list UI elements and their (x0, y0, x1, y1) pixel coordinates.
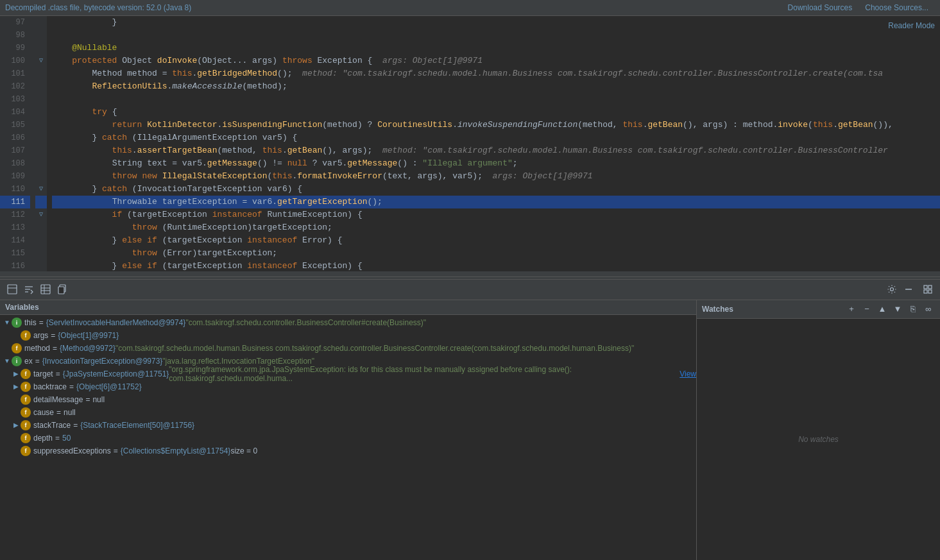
expand-depth (12, 434, 21, 443)
remove-watch-button[interactable]: − (860, 303, 873, 316)
infinite-button[interactable]: ∞ (922, 303, 935, 316)
ln-97: 97 (0, 16, 30, 29)
svg-rect-10 (58, 287, 64, 294)
var-view-link-target[interactable]: View (679, 369, 696, 378)
debug-toolbar-right (885, 282, 935, 296)
ln-99: 99 (0, 42, 30, 55)
svg-rect-13 (924, 285, 927, 289)
var-name-method: method (24, 344, 50, 353)
var-row-stacktrace[interactable]: ▶ f stackTrace = {StackTraceElement[50]@… (0, 419, 696, 432)
minimize-button[interactable] (902, 282, 916, 296)
expand-ex[interactable]: ▼ (3, 357, 12, 366)
var-row-target[interactable]: ▶ f target = {JpaSystemException@11751} … (0, 368, 696, 380)
reader-mode-label[interactable]: Reader Mode (888, 21, 935, 30)
code-line-108: String text = var5.getMessage() != null … (52, 157, 940, 170)
fold-icon-112[interactable]: ▽ (39, 208, 43, 221)
table-view-icon (40, 284, 51, 294)
ln-114: 114 (0, 234, 30, 247)
var-extra-ex: "java.lang.reflect.InvocationTargetExcep… (162, 357, 314, 366)
var-name-suppressed: suppressedExceptions (33, 446, 111, 455)
choose-sources-button[interactable]: Choose Sources... (859, 0, 935, 16)
grid-icon (923, 285, 932, 294)
ln-98: 98 (0, 29, 30, 42)
ln-107: 107 (0, 144, 30, 157)
var-name-this: this (24, 318, 37, 327)
code-line-114: } else if (targetException instanceof Er… (52, 234, 940, 247)
copy-button[interactable] (55, 282, 69, 296)
move-up-button[interactable]: ▲ (876, 303, 889, 316)
top-bar-actions: Download Sources Choose Sources... (782, 0, 935, 16)
var-icon-stacktrace: f (21, 420, 31, 430)
decompile-label: Decompiled .class file, bytecode version… (5, 3, 191, 12)
var-row-detailmessage[interactable]: f detailMessage = null (0, 393, 696, 406)
code-gutter: ▽ ▽ ▽ (35, 16, 47, 271)
var-name-stacktrace: stackTrace (33, 421, 71, 430)
code-line-106: } catch (IllegalArgumentException var5) … (52, 132, 940, 144)
code-line-99: @Nullable (52, 42, 940, 55)
copy-watch-button[interactable]: ⎘ (907, 303, 919, 316)
var-name-args: args (33, 331, 48, 340)
debug-panels: Variables ▼ i this = {ServletInvocableHa… (0, 300, 940, 561)
ln-116: 116 (0, 260, 30, 271)
var-row-args[interactable]: f args = {Object[1]@9971} (0, 329, 696, 342)
var-row-this[interactable]: ▼ i this = {ServletInvocableHandlerMetho… (0, 316, 696, 329)
fold-icon-110[interactable]: ▽ (39, 183, 43, 196)
code-line-109: throw new IllegalStateException(this.for… (52, 170, 940, 183)
svg-rect-14 (928, 285, 932, 289)
table-view-button[interactable] (38, 282, 53, 296)
var-icon-args: f (21, 330, 31, 341)
var-eq-ex: = (35, 357, 40, 366)
expand-args[interactable] (12, 331, 21, 340)
expand-suppressed (12, 446, 21, 455)
watches-panel: Watches + − ▲ ▼ ⎘ ∞ No watches (696, 300, 940, 561)
restore-layout-icon (7, 284, 17, 294)
move-down-button[interactable]: ▼ (891, 303, 904, 316)
var-val-cause: null (64, 408, 76, 417)
fold-icon-100[interactable]: ▽ (39, 55, 43, 67)
settings-button[interactable] (885, 282, 899, 296)
add-watch-button[interactable]: + (845, 303, 858, 316)
var-row-cause[interactable]: f cause = null (0, 406, 696, 419)
ln-112: 112 (0, 208, 30, 221)
expand-stacktrace[interactable]: ▶ (12, 421, 21, 430)
code-line-111: Throwable targetException = var6.getTarg… (52, 196, 940, 208)
var-row-method[interactable]: f method = {Method@9972} "com.tsakirogf.… (0, 342, 696, 355)
no-watches-label: No watches (798, 435, 839, 444)
var-size-suppressed: size = 0 (230, 446, 257, 455)
ln-100: 100 (0, 55, 30, 67)
var-eq-backtrace: = (69, 382, 74, 391)
ln-108: 108 (0, 157, 30, 170)
sort-button[interactable] (22, 282, 36, 296)
var-extra-target: "org.springframework.orm.jpa.JpaSystemEx… (169, 365, 679, 383)
expand-backtrace[interactable]: ▶ (12, 382, 21, 391)
expand-method[interactable] (3, 344, 12, 353)
restore-layout-button[interactable] (5, 282, 19, 296)
variables-list[interactable]: ▼ i this = {ServletInvocableHandlerMetho… (0, 315, 696, 561)
var-row-depth[interactable]: f depth = 50 (0, 432, 696, 445)
expand-this[interactable]: ▼ (3, 318, 12, 327)
var-icon-method: f (12, 343, 22, 353)
code-line-110: } catch (InvocationTargetException var6)… (52, 183, 940, 196)
ln-104: 104 (0, 106, 30, 119)
ln-113: 113 (0, 221, 30, 234)
var-eq-method: = (53, 344, 57, 353)
var-name-target: target (33, 369, 53, 378)
download-sources-button[interactable]: Download Sources (782, 0, 859, 16)
code-line-103 (52, 93, 940, 106)
grid-button[interactable] (921, 282, 935, 296)
var-icon-backtrace: f (21, 382, 31, 392)
editor-horizontal-scrollbar[interactable] (0, 271, 940, 276)
svg-rect-5 (41, 285, 50, 294)
var-icon-target: f (21, 369, 31, 379)
code-line-104: try { (52, 106, 940, 119)
code-content[interactable]: } @Nullable protected Object doInvoke(Ob… (47, 16, 940, 271)
code-container: 97 98 99 100 101 102 103 104 105 106 107… (0, 16, 940, 271)
ln-110: 110 (0, 183, 30, 196)
var-row-suppressed[interactable]: f suppressedExceptions = {Collections$Em… (0, 445, 696, 457)
var-eq-stacktrace: = (73, 421, 78, 430)
var-eq-detailmessage: = (85, 395, 90, 404)
var-val-target: {JpaSystemException@11751} (63, 369, 169, 378)
var-eq-this: = (39, 318, 44, 327)
var-eq-suppressed: = (114, 446, 118, 455)
expand-target[interactable]: ▶ (12, 369, 21, 378)
